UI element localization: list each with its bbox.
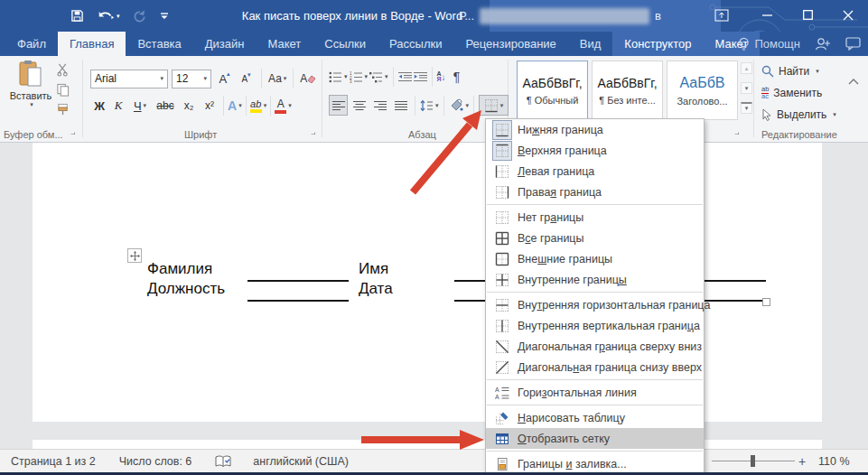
style-card-normal[interactable]: АаБбВвГг, ¶ Обычный [517, 61, 588, 120]
page-indicator[interactable]: Страница 1 из 2 [11, 455, 96, 468]
menu-item-border-none[interactable]: Нет границы [486, 207, 704, 228]
proofing-icon[interactable] [215, 455, 231, 469]
ribbon-display-options-button[interactable] [706, 0, 737, 30]
menu-item-border-inside[interactable]: Внутренние границы [486, 269, 704, 290]
align-left-button[interactable] [329, 95, 348, 116]
line-spacing-button[interactable]: ▾ [420, 99, 439, 112]
language-indicator[interactable]: английский (США) [253, 455, 349, 468]
zoom-slider-thumb[interactable] [751, 455, 755, 467]
table-cell-text[interactable]: Дата [359, 280, 393, 298]
format-painter-icon[interactable] [56, 103, 70, 116]
sort-button[interactable]: АЯ↓ [437, 71, 446, 82]
account-area[interactable]: Р... в [459, 0, 661, 32]
replace-button[interactable]: abac Заменить [761, 87, 822, 99]
maximize-button[interactable] [792, 0, 823, 30]
grow-font-button[interactable]: А▴ [215, 70, 234, 88]
styles-scroll-up-button[interactable]: ▴ [741, 62, 752, 74]
styles-scroll-down-button[interactable]: ▾ [741, 82, 752, 94]
save-button[interactable] [70, 9, 84, 23]
show-marks-button[interactable]: ¶ [448, 70, 466, 84]
tab-макет[interactable]: Макет [256, 32, 313, 56]
superscript-button[interactable]: x² [200, 96, 219, 116]
subscript-button[interactable]: x₂ [179, 96, 199, 116]
menu-item-border-all[interactable]: Все границы [486, 228, 704, 248]
tab-дизайн[interactable]: Дизайн [193, 32, 257, 56]
clear-formatting-button[interactable]: А [300, 72, 316, 85]
help-area[interactable]: Помощн [738, 32, 861, 56]
menu-item-border-left[interactable]: Левая граница [486, 161, 704, 182]
document-area[interactable]: Фамилия Имя Должность Дата [0, 143, 868, 449]
bold-button[interactable]: Ж [90, 96, 108, 116]
tab-рецензирование[interactable]: Рецензирование [453, 32, 567, 56]
underline-button[interactable]: Ч▾ [128, 96, 152, 116]
align-center-button[interactable] [350, 95, 369, 116]
select-button[interactable]: Выделить▾ [761, 108, 836, 121]
borders-button[interactable]: ▾ [479, 95, 509, 116]
font-family-combo[interactable]: Arial▾ [90, 70, 168, 88]
customize-qat-button[interactable] [160, 11, 169, 22]
styles-dialog-launcher[interactable]: ⌐ [734, 130, 739, 139]
style-card-heading[interactable]: АаБбВ Заголово... [667, 61, 738, 120]
menu-item-horizontal-line[interactable]: ААГоризонтальная линия [486, 382, 704, 403]
font-color-button[interactable]: А▾ [275, 98, 292, 114]
menu-item-border-diag-up[interactable]: Диагональная граница снизу вверх [486, 357, 704, 377]
collapse-ribbon-button[interactable] [848, 72, 859, 81]
table-move-handle[interactable] [127, 248, 142, 263]
tab-рассылки[interactable]: Рассылки [378, 32, 453, 56]
svg-text:А: А [495, 386, 499, 392]
minimize-button[interactable] [751, 0, 782, 30]
font-size-combo[interactable]: 12▾ [172, 70, 211, 88]
table-cell-text[interactable]: Фамилия [147, 260, 212, 278]
tab-ссылки[interactable]: Ссылки [313, 32, 378, 56]
justify-button[interactable] [391, 95, 410, 116]
table-resize-handle[interactable] [762, 298, 770, 306]
share-person-icon[interactable] [815, 37, 831, 51]
close-button[interactable] [833, 0, 863, 30]
find-button[interactable]: Найти▾ [761, 65, 819, 78]
comments-icon[interactable] [845, 37, 861, 51]
tab-конструктор[interactable]: Конструктор [612, 32, 703, 56]
styles-more-button[interactable]: ▾ [741, 102, 752, 114]
menu-item-border-top[interactable]: Верхняя граница [486, 140, 704, 161]
decrease-indent-button[interactable] [398, 71, 412, 83]
paste-button[interactable]: Вставить ▾ [7, 60, 54, 125]
tab-вид[interactable]: Вид [568, 32, 613, 56]
increase-indent-button[interactable] [414, 71, 427, 83]
align-right-button[interactable] [370, 95, 389, 116]
zoom-percentage[interactable]: 110 % [818, 455, 850, 468]
italic-button[interactable]: К [109, 96, 127, 116]
tab-файл[interactable]: Файл [5, 32, 58, 56]
redo-button[interactable] [133, 9, 147, 23]
cut-icon[interactable] [56, 63, 70, 77]
menu-item-border-bottom[interactable]: Нижняя граница [486, 119, 704, 140]
menu-item-border-inside-h[interactable]: Внутренняя горизонтальная граница [486, 294, 704, 315]
zoom-in-button[interactable]: + [798, 454, 806, 469]
clipboard-dialog-launcher[interactable]: ⌐ [70, 130, 75, 139]
tab-вставка[interactable]: Вставка [126, 32, 192, 56]
horizontal-line-icon: АА [492, 383, 512, 403]
table-cell-text[interactable]: Имя [359, 260, 388, 278]
tab-главная[interactable]: Главная [58, 32, 126, 56]
bullets-button[interactable]: ▾ [329, 71, 348, 83]
menu-item-border-diag-down[interactable]: Диагональная граница сверху вниз [486, 336, 704, 357]
highlight-button[interactable]: ab▾ [250, 98, 267, 113]
copy-icon[interactable] [56, 83, 70, 97]
numbering-button[interactable]: 123▾ [350, 71, 369, 83]
text-effects-button[interactable]: А▾ [228, 98, 242, 113]
menu-item-draw-table[interactable]: Нарисовать таблицу [486, 407, 704, 428]
style-card-no-spacing[interactable]: АаБбВвГг, ¶ Без инте... [592, 61, 663, 120]
table-cell-text[interactable]: Должность [147, 280, 225, 298]
menu-item-view-gridlines[interactable]: Отобразить сетку [486, 428, 704, 449]
font-dialog-launcher[interactable]: ⌐ [311, 130, 315, 139]
shrink-font-button[interactable]: А▾ [238, 70, 255, 88]
undo-button[interactable]: ▾ [97, 9, 120, 23]
shading-button[interactable]: ▾ [449, 98, 470, 112]
menu-item-border-outside[interactable]: Внешние границы [486, 248, 704, 269]
strikethrough-button[interactable]: abc [153, 96, 178, 116]
change-case-button[interactable]: Аа▾ [268, 72, 286, 85]
menu-item-border-right[interactable]: Правая граница [486, 182, 704, 202]
word-count[interactable]: Число слов: 6 [119, 455, 192, 468]
menu-item-border-inside-v[interactable]: Внутренняя вертикальная граница [486, 315, 704, 336]
multilevel-list-button[interactable]: ▾ [369, 71, 388, 83]
menu-item-borders-shading[interactable]: Границы и заливка... [486, 453, 704, 474]
